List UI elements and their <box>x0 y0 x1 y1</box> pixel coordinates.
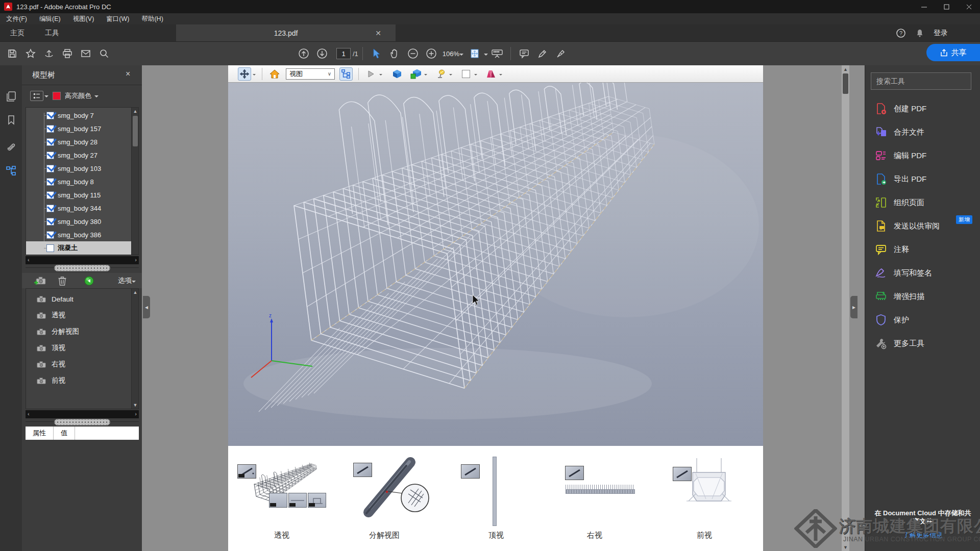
chevron-down-icon[interactable] <box>44 95 48 99</box>
expand-right-panel-button[interactable]: ▸ <box>850 296 857 318</box>
tool-edit-pdf[interactable]: 编辑 PDF <box>865 144 980 167</box>
rotate-tool-button[interactable] <box>238 67 251 81</box>
menu-window[interactable]: 窗口(W) <box>100 13 135 25</box>
email-button[interactable] <box>77 44 95 63</box>
menu-edit[interactable]: 编辑(E) <box>33 13 67 25</box>
menu-view[interactable]: 视图(V) <box>67 13 101 25</box>
chevron-down-icon[interactable] <box>379 74 382 77</box>
tab-home[interactable]: 主页 <box>0 24 35 41</box>
view-thumbnail-icon[interactable] <box>461 464 480 479</box>
render-mode-button[interactable] <box>409 67 423 81</box>
tool-fill-sign[interactable]: 填写和签名 <box>865 261 980 285</box>
front-view-thumbnail[interactable] <box>685 458 732 512</box>
value-column-header[interactable]: 值 <box>54 427 75 440</box>
tool-protect[interactable]: 保护 <box>865 308 980 332</box>
bookmarks-icon[interactable] <box>0 108 22 132</box>
model-tree-toggle-button[interactable] <box>339 67 353 81</box>
chevron-down-icon[interactable] <box>484 54 488 58</box>
zoom-in-button[interactable] <box>422 44 440 63</box>
zoom-out-button[interactable] <box>404 44 422 63</box>
search-tools-input[interactable] <box>871 72 971 90</box>
panel-splitter[interactable] <box>26 418 139 425</box>
inset-thumbnail[interactable] <box>308 493 326 508</box>
tree-item[interactable]: smg_body 28 <box>26 135 138 148</box>
close-button[interactable] <box>958 0 980 13</box>
3d-viewport[interactable]: z <box>228 83 763 446</box>
view-select-dropdown[interactable]: 视图∨ <box>286 68 335 80</box>
hand-tool-button[interactable] <box>385 44 404 63</box>
zoom-level-dropdown[interactable]: 106% <box>443 50 463 58</box>
view-label[interactable]: 顶视 <box>473 531 519 540</box>
tree-scrollbar[interactable]: ▲ <box>131 108 138 255</box>
options-menu-button[interactable]: 选项 <box>118 276 136 285</box>
view-label[interactable]: 前视 <box>681 531 727 540</box>
checkbox-icon[interactable] <box>46 165 54 172</box>
scroll-left-icon[interactable]: ‹ <box>28 257 30 263</box>
scroll-left-icon[interactable]: ‹ <box>28 411 30 417</box>
star-button[interactable] <box>21 44 40 63</box>
collapse-left-panel-button[interactable]: ◂ <box>143 296 150 318</box>
tree-item[interactable]: smg_body 27 <box>26 148 138 162</box>
view-thumbnail-icon[interactable] <box>565 466 584 480</box>
scroll-down-icon[interactable]: ▼ <box>842 543 849 551</box>
notifications-bell-icon[interactable] <box>915 29 924 38</box>
view-label[interactable]: 透视 <box>259 531 305 540</box>
scroll-up-icon[interactable]: ▲ <box>132 289 139 296</box>
page-thumbnails-icon[interactable] <box>0 85 22 108</box>
lighting-button[interactable] <box>434 67 448 81</box>
close-document-icon[interactable]: ✕ <box>375 29 381 37</box>
tree-item[interactable]: smg_body 7 <box>26 109 138 122</box>
scrollbar-thumb[interactable] <box>843 73 848 94</box>
inset-thumbnail[interactable] <box>269 493 287 508</box>
next-page-button[interactable] <box>313 44 331 63</box>
checkbox-icon[interactable] <box>46 125 54 133</box>
close-panel-icon[interactable]: × <box>126 69 130 79</box>
views-hscrollbar[interactable]: ‹› <box>26 410 139 418</box>
maximize-button[interactable] <box>935 0 958 13</box>
tool-combine-files[interactable]: 合并文件 <box>865 120 980 144</box>
view-item[interactable]: Default <box>26 291 138 307</box>
chevron-down-icon[interactable] <box>449 74 452 77</box>
tree-item[interactable]: 混凝土 <box>26 241 138 255</box>
play-animation-button[interactable] <box>364 67 378 81</box>
tool-export-pdf[interactable]: 导出 PDF <box>865 167 980 191</box>
comment-tool-button[interactable] <box>515 44 533 63</box>
tree-item[interactable]: smg_body 103 <box>26 162 138 175</box>
cross-section-button[interactable] <box>484 67 498 81</box>
page-number-input[interactable]: 1 <box>336 48 351 59</box>
scroll-up-icon[interactable]: ▲ <box>842 65 849 73</box>
checkbox-icon[interactable] <box>46 218 54 226</box>
add-view-button[interactable] <box>34 276 46 285</box>
background-color-button[interactable] <box>459 67 473 81</box>
attachments-icon[interactable] <box>0 136 22 159</box>
menu-help[interactable]: 帮助(H) <box>135 13 169 25</box>
scroll-down-icon[interactable]: ▼ <box>132 402 139 409</box>
checkbox-icon[interactable] <box>46 191 54 199</box>
select-tool-button[interactable] <box>367 44 385 63</box>
checkbox-icon[interactable] <box>46 152 54 159</box>
tree-item[interactable]: smg_body 157 <box>26 122 138 135</box>
learn-more-link[interactable]: 了解更多信息 <box>865 531 980 540</box>
view-item[interactable]: 顶视 <box>26 340 138 356</box>
home-view-button[interactable] <box>268 67 281 81</box>
chevron-down-icon[interactable] <box>499 74 502 77</box>
checkbox-icon[interactable] <box>46 231 54 239</box>
tree-view-mode-button[interactable] <box>30 91 43 101</box>
inset-thumbnail[interactable] <box>288 493 307 508</box>
view-item[interactable]: 右视 <box>26 356 138 372</box>
tool-enhance-scans[interactable]: 增强扫描 <box>865 285 980 308</box>
fit-page-button[interactable] <box>465 44 484 63</box>
tree-item[interactable]: smg_body 115 <box>26 188 138 202</box>
tool-send-for-review[interactable]: 发送以供审阅 新增 <box>865 214 980 238</box>
top-view-thumbnail[interactable] <box>493 457 497 526</box>
view-item[interactable]: 前视 <box>26 372 138 389</box>
chevron-down-icon[interactable] <box>94 95 99 99</box>
views-scrollbar[interactable]: ▲ ▼ <box>131 289 138 409</box>
chevron-down-icon[interactable] <box>424 74 427 77</box>
print-button[interactable] <box>58 44 77 63</box>
panel-splitter[interactable] <box>26 264 139 271</box>
tree-hscrollbar[interactable]: ‹› <box>26 256 139 264</box>
highlight-color-swatch[interactable] <box>53 92 61 100</box>
sign-in-link[interactable]: 登录 <box>934 29 948 38</box>
checkbox-icon[interactable] <box>46 112 54 119</box>
